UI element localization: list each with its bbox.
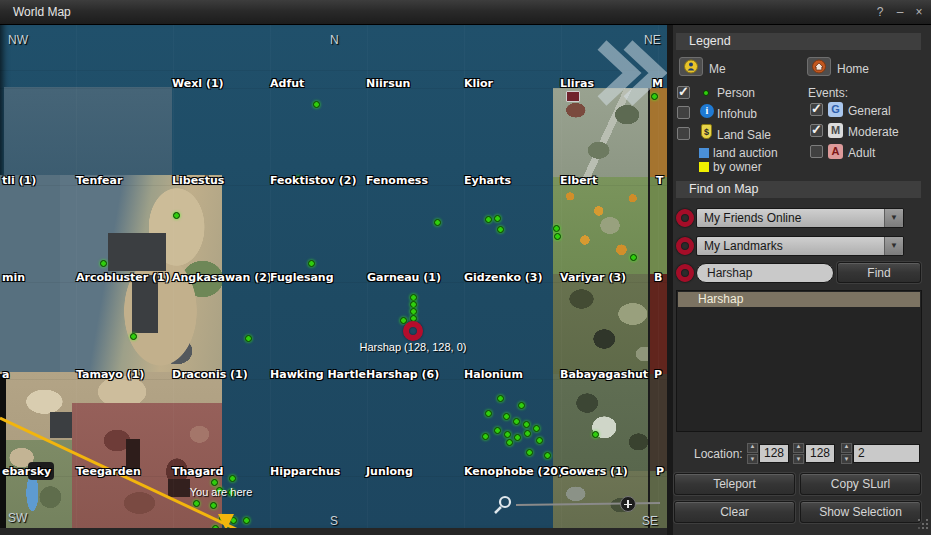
landmarks-track-icon[interactable]	[676, 237, 694, 255]
find-button[interactable]: Find	[837, 262, 921, 283]
region-label-wexl-1[interactable]: Wexl (1)	[172, 77, 224, 90]
chevron-down-icon[interactable]	[884, 209, 903, 227]
land-sale-label: Land Sale	[717, 128, 771, 142]
region-label-angkasawan-2[interactable]: Angkasawan (2)	[172, 271, 272, 284]
region-label-feoktistov-2[interactable]: Feoktistov (2)	[270, 174, 357, 187]
world-map-canvas[interactable]: Harshap (128, 128, 0) You are here Wexl …	[0, 25, 667, 528]
general-checkbox[interactable]	[810, 103, 823, 116]
region-label-a[interactable]: a	[2, 368, 9, 381]
region-label-arcobluster-1[interactable]: Arcobluster (1)	[76, 271, 170, 284]
compass-n: N	[330, 33, 339, 47]
moderate-label: Moderate	[848, 125, 899, 139]
beacon-label: Harshap (128, 128, 0)	[340, 341, 486, 353]
land-sale-icon: $	[701, 124, 712, 139]
event-marker-icon[interactable]	[566, 91, 580, 102]
chevron-down-icon[interactable]	[884, 237, 903, 255]
person-dot-icon	[703, 90, 709, 96]
help-button[interactable]: ?	[872, 4, 888, 20]
region-label-babayagashut[interactable]: Babayagashut	[560, 368, 648, 381]
region-search-input[interactable]	[696, 263, 834, 283]
region-label-kenophobe-20[interactable]: Kenophobe (20)	[464, 465, 563, 478]
friends-dropdown[interactable]: My Friends Online	[696, 208, 904, 228]
region-label-ebarsky[interactable]: ebarsky	[2, 465, 51, 478]
minimize-button[interactable]: –	[892, 4, 908, 20]
you-are-here-label: You are here	[160, 486, 282, 498]
location-x-spinner[interactable]	[747, 443, 758, 464]
region-label-gowers-1[interactable]: Gowers (1)	[560, 465, 628, 478]
zoom-out-icon[interactable]	[495, 497, 510, 513]
clear-button[interactable]: Clear	[674, 501, 795, 523]
region-label-t[interactable]: T	[656, 174, 664, 187]
compass-nw: NW	[8, 33, 28, 47]
pan-right-icon[interactable]	[602, 45, 658, 101]
region-label-fuglesang[interactable]: Fuglesang	[270, 271, 334, 284]
infohub-checkbox[interactable]	[677, 106, 690, 119]
region-label-b[interactable]: B	[654, 271, 662, 284]
region-label-hipparchus[interactable]: Hipparchus	[270, 465, 340, 478]
region-label-libestus[interactable]: Libestus	[172, 174, 224, 187]
region-label-elbert[interactable]: Elbert	[560, 174, 597, 187]
region-label-p[interactable]: P	[656, 465, 664, 478]
region-label-junlong[interactable]: Junlong	[366, 465, 413, 478]
region-label-variyar-3[interactable]: Variyar (3)	[560, 271, 626, 284]
landmarks-dropdown[interactable]: My Landmarks	[696, 236, 904, 256]
general-label: General	[848, 104, 891, 118]
search-result-row-selected[interactable]: Harshap	[678, 292, 920, 307]
region-label-draconis-1[interactable]: Draconis (1)	[172, 368, 248, 381]
region-label-tli-1[interactable]: tli (1)	[2, 174, 36, 187]
region-label-m[interactable]: M	[652, 77, 663, 90]
region-label-niirsun[interactable]: Niirsun	[366, 77, 410, 90]
location-x-field[interactable]: 128	[759, 444, 789, 463]
region-label-thagard[interactable]: Thagard	[172, 465, 223, 478]
person-checkbox[interactable]	[677, 86, 690, 99]
region-label-halonium[interactable]: Halonium	[464, 368, 523, 381]
search-track-icon[interactable]	[676, 264, 694, 282]
zoom-slider-thumb[interactable]	[620, 496, 636, 512]
teleport-button[interactable]: Teleport	[674, 473, 795, 495]
home-label: Home	[837, 62, 869, 76]
events-label: Events:	[808, 86, 848, 100]
region-label-teegarden[interactable]: Teegarden	[76, 465, 141, 478]
region-label-lliras[interactable]: Lliras	[560, 77, 594, 90]
region-label-p[interactable]: P	[654, 368, 662, 381]
world-map-window: World Map ? – ×	[0, 0, 931, 535]
land-sale-checkbox[interactable]	[677, 127, 690, 140]
resize-grip[interactable]	[918, 519, 930, 531]
tracking-beacon-icon	[403, 321, 423, 341]
region-label-fenomess[interactable]: Fenomess	[366, 174, 428, 187]
region-label-garneau-1[interactable]: Garneau (1)	[367, 271, 441, 284]
close-button[interactable]: ×	[911, 4, 927, 20]
me-icon	[679, 57, 703, 76]
copy-slurl-button[interactable]: Copy SLurl	[800, 473, 921, 495]
region-label-klior[interactable]: Klior	[464, 77, 493, 90]
friends-track-icon[interactable]	[676, 209, 694, 227]
window-title: World Map	[13, 5, 71, 19]
person-label: Person	[717, 86, 755, 100]
adult-badge-icon: A	[828, 144, 843, 159]
region-label-min[interactable]: min	[2, 271, 25, 284]
search-results-list[interactable]	[676, 290, 922, 432]
moderate-badge-icon: M	[828, 123, 843, 138]
location-y-spinner[interactable]	[793, 443, 804, 464]
compass-se: SE	[642, 514, 658, 528]
region-label-tenfear[interactable]: Tenfear	[76, 174, 122, 187]
region-label-hawking-hartle[interactable]: Hawking Hartle	[270, 368, 366, 381]
general-badge-icon: G	[828, 102, 843, 117]
location-z-field[interactable]: 2	[853, 444, 920, 463]
adult-checkbox[interactable]	[810, 145, 823, 158]
location-y-field[interactable]: 128	[805, 444, 835, 463]
moderate-checkbox[interactable]	[810, 124, 823, 137]
region-label-harshap-6[interactable]: Harshap (6)	[366, 368, 439, 381]
region-label-gidzenko-3[interactable]: Gidzenko (3)	[464, 271, 542, 284]
adult-label: Adult	[848, 146, 875, 160]
legend-header: Legend	[676, 33, 921, 50]
region-label-tamayo-1[interactable]: Tamayo (1)	[76, 368, 144, 381]
region-label-eyharts[interactable]: Eyharts	[464, 174, 511, 187]
zoom-slider-track[interactable]	[516, 503, 660, 505]
land-auction-swatch	[699, 148, 709, 158]
title-bar[interactable]: World Map ? – ×	[0, 0, 931, 25]
show-selection-button[interactable]: Show Selection	[800, 501, 921, 523]
region-label-adfut[interactable]: Adfut	[270, 77, 304, 90]
compass-ne: NE	[644, 33, 661, 47]
location-z-spinner[interactable]	[841, 443, 852, 464]
